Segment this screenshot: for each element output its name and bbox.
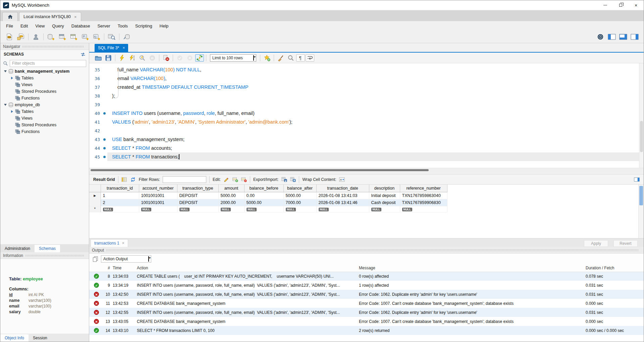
create-function-button[interactable]: f() (92, 32, 102, 42)
export-recordset-icon[interactable] (280, 176, 288, 183)
tree-item-stored-procedures[interactable]: Stored Procedures (0, 88, 89, 95)
output-row-9[interactable]: ✓913:34:19INSERT INTO users (username, p… (89, 281, 644, 290)
grid-cell[interactable]: TXN1767859863040 (400, 192, 447, 199)
tree-expander-icon[interactable] (3, 70, 8, 72)
menu-scripting[interactable]: Scripting (131, 22, 156, 30)
tree-item-views[interactable]: Views (0, 115, 89, 122)
edit-record-icon[interactable] (222, 176, 230, 183)
toggle-output-area-button[interactable] (618, 32, 628, 42)
tab-administration[interactable]: Administration (0, 245, 35, 252)
tab-schemas[interactable]: Schemas (35, 245, 60, 252)
column-header-transaction-id[interactable]: transaction_id (101, 185, 139, 192)
column-header-transaction-date[interactable]: transaction_date (316, 185, 369, 192)
save-snippet-button[interactable] (262, 54, 272, 62)
grid-cell[interactable]: 5000.00 (283, 192, 316, 199)
tree-item-tables[interactable]: Tables (0, 75, 89, 81)
new-query-tab-button[interactable]: SQL (4, 32, 14, 42)
editor-hscroll-thumb[interactable] (91, 169, 429, 171)
tree-item-tables[interactable]: Tables (0, 108, 89, 115)
save-script-button[interactable] (104, 54, 113, 62)
show-invisible-characters-button[interactable]: ¶ (296, 54, 305, 62)
grid-cell[interactable]: 1001001001 (139, 199, 177, 206)
column-header-reference-number[interactable]: reference_number (400, 185, 447, 192)
tree-item-functions[interactable]: Functions (0, 95, 89, 101)
minimize-button[interactable] (597, 0, 613, 10)
grid-cell[interactable]: NULL (139, 206, 177, 212)
tab-object-info[interactable]: Object Info (0, 334, 29, 342)
grid-cell[interactable]: 2 (101, 199, 139, 206)
grid-cell[interactable]: 2026-01-08 13:41:46 (316, 199, 369, 206)
schema-sync-icon[interactable] (80, 52, 86, 57)
create-procedure-button[interactable]: P: (80, 32, 90, 42)
row-selector[interactable]: ▶ (89, 192, 101, 199)
toggle-word-wrap-button[interactable] (306, 54, 314, 62)
grid-cell[interactable]: 0.00 (244, 192, 283, 199)
add-row-icon[interactable] (231, 176, 239, 183)
tree-item-stored-procedures[interactable]: Stored Procedures (0, 122, 89, 128)
output-row-13[interactable]: ✕1313:43:05CREATE DATABASE bank_manageme… (89, 317, 644, 326)
revert-button[interactable]: Revert (613, 240, 638, 247)
column-header-account-number[interactable]: account_number (139, 185, 177, 192)
grid-cell[interactable]: DEPOSIT (177, 192, 218, 199)
grid-cell[interactable]: DEPOSIT (177, 199, 218, 206)
rollback-button[interactable] (185, 54, 195, 62)
menu-database[interactable]: Database (68, 22, 94, 30)
create-view-button[interactable] (69, 32, 79, 42)
tab-session[interactable]: Session (29, 334, 52, 342)
editor-result-splitter[interactable] (89, 172, 644, 175)
open-script-button[interactable] (94, 54, 103, 62)
row-selector[interactable] (89, 199, 101, 206)
grid-cell[interactable]: NULL (177, 206, 218, 212)
tree-expander-icon[interactable] (3, 104, 8, 106)
grid-cell[interactable]: NULL (101, 206, 139, 212)
sql-editor[interactable]: 35 full_name VARCHAR(100) NOT NULL,36 em… (89, 63, 644, 168)
limit-rows-dropdown[interactable]: Limit to 100 rows▼ (210, 54, 256, 62)
restore-button[interactable] (613, 0, 628, 10)
row-selector[interactable]: * (89, 206, 101, 212)
delete-row-icon[interactable] (240, 176, 248, 183)
grid-view-icon[interactable] (120, 176, 128, 183)
result-grid-scrollbar[interactable] (638, 185, 644, 238)
toggle-left-sidebar-button[interactable] (607, 32, 617, 42)
grid-cell[interactable]: 2000.00 (218, 199, 244, 206)
grid-cell[interactable]: NULL (283, 206, 316, 212)
column-header-balance-after[interactable]: balance_after (283, 185, 316, 192)
connection-tab-close-icon[interactable]: × (74, 14, 77, 19)
editor-vscroll-thumb[interactable] (640, 121, 643, 152)
output-row-14[interactable]: ✓1413:43:10SELECT * FROM transactions LI… (89, 326, 644, 335)
home-tab[interactable] (2, 12, 18, 21)
grid-row-2[interactable]: 21001001001DEPOSIT2000.005000.007000.002… (89, 199, 447, 206)
result-tab-close-icon[interactable]: × (122, 241, 124, 246)
tree-expander-icon[interactable] (10, 77, 14, 79)
grid-cell[interactable]: TXN1767859906830 (400, 199, 447, 206)
find-panel-button[interactable] (286, 54, 296, 62)
execute-selection-button[interactable] (117, 54, 127, 62)
create-table-button[interactable] (57, 32, 67, 42)
tree-item-functions[interactable]: Functions (0, 128, 89, 135)
grid-cell[interactable]: 1001001001 (139, 192, 177, 199)
open-sql-script-button[interactable] (16, 32, 26, 42)
grid-cell[interactable]: NULL (244, 206, 283, 212)
filter-rows-input[interactable] (163, 176, 206, 183)
menu-tools[interactable]: Tools (114, 22, 131, 30)
reconnect-dbms-button[interactable] (122, 32, 132, 42)
create-schema-button[interactable] (46, 32, 56, 42)
result-tab-transactions[interactable]: transactions 1 × (91, 239, 128, 247)
import-records-icon[interactable] (289, 176, 297, 183)
beautify-script-button[interactable] (276, 54, 285, 62)
column-header-transaction-type[interactable]: transaction_type (177, 185, 218, 192)
output-row-10[interactable]: ✕1013:42:50INSERT INTO users (username, … (89, 290, 644, 299)
grid-row-1[interactable]: ▶11001001001DEPOSIT5000.000.005000.00202… (89, 192, 447, 199)
menu-file[interactable]: File (2, 22, 17, 30)
result-grid-scroll-thumb[interactable] (639, 186, 643, 205)
output-row-12[interactable]: ✕1213:42:55INSERT INTO users (username, … (89, 308, 644, 317)
search-table-data-button[interactable] (107, 32, 117, 42)
output-view-selector[interactable]: Action Output ▼ (101, 255, 151, 263)
grid-cell[interactable]: 5000.00 (218, 192, 244, 199)
column-header-amount[interactable]: amount (218, 185, 244, 192)
stop-query-button[interactable] (148, 54, 157, 62)
grid-cell[interactable]: NULL (218, 206, 244, 212)
output-row-11[interactable]: ✕1113:42:53CREATE DATABASE bank_manageme… (89, 299, 644, 308)
close-button[interactable]: × (628, 0, 644, 10)
tree-expander-icon[interactable] (10, 110, 14, 113)
